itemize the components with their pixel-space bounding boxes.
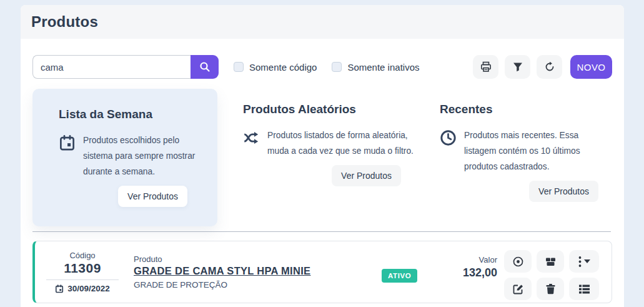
shuffle-icon bbox=[243, 129, 260, 146]
edit-icon bbox=[512, 283, 524, 295]
calendar-small-icon bbox=[55, 284, 64, 293]
trash-icon bbox=[545, 283, 556, 294]
search-input[interactable] bbox=[32, 55, 191, 79]
ver-produtos-button[interactable]: Ver Produtos bbox=[118, 186, 187, 207]
checkbox-label: Somente inativos bbox=[347, 62, 419, 73]
product-category: GRADE DE PROTEÇÃO bbox=[134, 280, 310, 289]
caret-down-icon bbox=[584, 259, 590, 263]
section-divider bbox=[32, 231, 611, 232]
search-group bbox=[32, 55, 219, 79]
ver-produtos-button[interactable]: Ver Produtos bbox=[332, 165, 401, 186]
products-panel: Produtos Somente código Somente inativ bbox=[21, 5, 624, 307]
status-badge: ATIVO bbox=[382, 269, 417, 283]
kebab-menu-icon bbox=[578, 256, 582, 268]
card-description: Produtos listados de forma aleatória, mu… bbox=[267, 128, 416, 159]
boxes-button[interactable] bbox=[537, 250, 564, 273]
refresh-button[interactable] bbox=[537, 55, 562, 79]
product-code: 11309 bbox=[35, 261, 130, 276]
card-recentes: Recentes Produtos mais recentes. Essa li… bbox=[440, 103, 613, 202]
card-description-line: Produtos mais recentes. Essa listagem co… bbox=[440, 128, 613, 174]
panel-body: Somente código Somente inativos bbox=[21, 39, 624, 303]
card-description-line: Produtos escolhidos pelo sistema para se… bbox=[59, 133, 205, 179]
target-icon bbox=[512, 256, 524, 268]
product-info-block: Produto GRADE DE CAMA STYL HPA MINIE GRA… bbox=[134, 254, 310, 289]
card-lista-da-semana: Lista da Semana Produtos escolhidos pelo… bbox=[32, 89, 217, 226]
card-title: Lista da Semana bbox=[59, 108, 205, 121]
card-title: Recentes bbox=[440, 103, 613, 116]
card-description: Produtos escolhidos pelo sistema para se… bbox=[83, 133, 205, 179]
target-button[interactable] bbox=[504, 250, 532, 273]
card-produtos-aleatorios: Produtos Aleatórios Produtos listados de… bbox=[243, 103, 417, 186]
codigo-label: Código bbox=[35, 251, 130, 260]
calendar-icon bbox=[59, 134, 76, 151]
boxes-icon bbox=[545, 256, 557, 268]
checkbox-box[interactable] bbox=[332, 62, 342, 72]
card-description-line: Produtos listados de forma aleatória, mu… bbox=[243, 128, 417, 159]
produto-label: Produto bbox=[134, 254, 310, 264]
delete-button[interactable] bbox=[537, 278, 564, 300]
printer-icon bbox=[480, 61, 492, 73]
code-divider bbox=[46, 279, 119, 280]
toolbar: Somente código Somente inativos bbox=[32, 55, 612, 79]
checkbox-box[interactable] bbox=[234, 62, 244, 72]
card-title: Produtos Aleatórios bbox=[243, 103, 417, 116]
list-icon bbox=[578, 284, 590, 294]
checkbox-somente-inativos[interactable]: Somente inativos bbox=[332, 62, 419, 73]
product-name-link[interactable]: GRADE DE CAMA STYL HPA MINIE bbox=[134, 265, 310, 277]
ver-produtos-button[interactable]: Ver Produtos bbox=[529, 181, 598, 202]
product-actions bbox=[504, 250, 599, 300]
product-code-block: Código 11309 30/09/2022 bbox=[35, 251, 130, 293]
refresh-icon bbox=[544, 61, 555, 73]
filter-button[interactable] bbox=[505, 55, 530, 79]
new-product-button[interactable]: NOVO bbox=[570, 55, 612, 79]
search-icon bbox=[199, 61, 211, 73]
valor-label: Valor bbox=[463, 255, 497, 264]
product-value-block: Valor 132,00 bbox=[463, 255, 497, 279]
edit-button[interactable] bbox=[504, 278, 532, 300]
checkbox-label: Somente código bbox=[249, 62, 317, 73]
product-date: 30/09/2022 bbox=[67, 284, 110, 293]
search-button[interactable] bbox=[191, 55, 219, 79]
page-header: Produtos bbox=[21, 5, 624, 39]
product-row: Código 11309 30/09/2022 Produto GRADE DE… bbox=[32, 241, 612, 303]
filter-icon bbox=[512, 61, 523, 73]
print-button[interactable] bbox=[473, 55, 498, 79]
more-menu-button[interactable] bbox=[569, 250, 599, 273]
page-title: Produtos bbox=[31, 13, 98, 31]
product-date-line: 30/09/2022 bbox=[35, 284, 130, 293]
product-value: 132,00 bbox=[463, 266, 497, 279]
list-button[interactable] bbox=[569, 278, 599, 300]
clock-icon bbox=[440, 129, 457, 146]
checkbox-somente-codigo[interactable]: Somente código bbox=[234, 62, 317, 73]
card-description: Produtos mais recentes. Essa listagem co… bbox=[464, 128, 604, 174]
info-cards-row: Lista da Semana Produtos escolhidos pelo… bbox=[32, 89, 612, 226]
